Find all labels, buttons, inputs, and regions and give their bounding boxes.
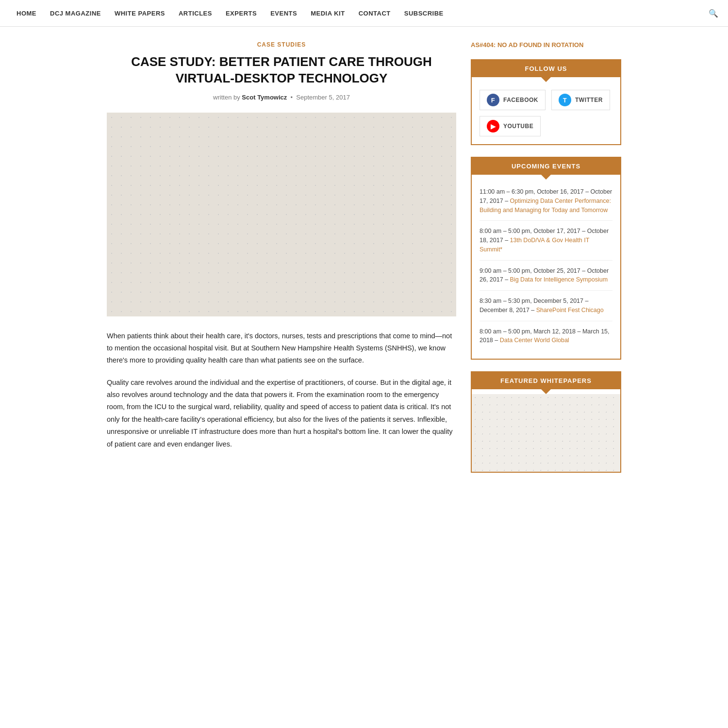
events-list: 11:00 am – 6:30 pm, October 16, 2017 – O… — [472, 180, 620, 359]
featured-whitepapers-box: FEATURED WHITEPAPERS — [471, 371, 621, 473]
facebook-button[interactable]: f FACEBOOK — [480, 90, 546, 110]
event-item: 9:00 am – 5:00 pm, October 25, 2017 – Oc… — [480, 266, 612, 291]
follow-us-arrow — [541, 77, 551, 82]
body-paragraph-1: When patients think about their health c… — [107, 330, 456, 367]
main-content: CASE STUDIES CASE STUDY: BETTER PATIENT … — [107, 41, 456, 484]
nav-contact[interactable]: CONTACT — [352, 10, 397, 17]
twitter-label: TWITTER — [575, 97, 603, 103]
event-item: 8:00 am – 5:00 pm, March 12, 2018 – Marc… — [480, 327, 612, 351]
upcoming-events-arrow — [541, 175, 551, 180]
event-item: 8:00 am – 5:00 pm, October 17, 2017 – Oc… — [480, 227, 612, 260]
nav-home[interactable]: HOME — [10, 10, 43, 17]
social-icons-list: f FACEBOOK t TWITTER ▶ YOUTUBE — [472, 82, 620, 144]
event-link[interactable]: SharePoint Fest Chicago — [536, 307, 604, 314]
search-icon[interactable]: 🔍 — [709, 9, 718, 18]
facebook-label: FACEBOOK — [503, 97, 538, 103]
twitter-button[interactable]: t TWITTER — [551, 90, 610, 110]
article-meta: written by Scot Tymowicz • September 5, … — [107, 94, 456, 101]
nav-events[interactable]: EVENTS — [264, 10, 304, 17]
youtube-icon: ▶ — [487, 120, 499, 132]
featured-whitepapers-arrow — [541, 389, 551, 394]
nav-dcj-magazine[interactable]: DCJ MAGAZINE — [43, 10, 108, 17]
youtube-label: YOUTUBE — [503, 123, 533, 130]
article-image — [107, 113, 456, 316]
category-label[interactable]: CASE STUDIES — [107, 41, 456, 48]
main-nav: HOME DCJ MAGAZINE WHITE PAPERS ARTICLES … — [0, 0, 728, 27]
article-date: September 5, 2017 — [296, 94, 350, 101]
event-link[interactable]: Big Data for Intelligence Symposium — [510, 276, 608, 283]
featured-whitepapers-title: FEATURED WHITEPAPERS — [472, 372, 620, 389]
nav-subscribe[interactable]: SUBSCRIBE — [397, 10, 450, 17]
twitter-icon: t — [559, 94, 571, 106]
author-link[interactable]: Scot Tymowicz — [242, 94, 287, 101]
nav-articles[interactable]: ARTICLES — [172, 10, 219, 17]
nav-white-papers[interactable]: WHITE PAPERS — [108, 10, 172, 17]
follow-us-title: FOLLOW US — [472, 60, 620, 77]
sidebar: AS#404: NO AD FOUND IN ROTATION FOLLOW U… — [471, 41, 621, 484]
whitepapers-image-placeholder — [472, 394, 620, 472]
ad-placeholder: AS#404: NO AD FOUND IN ROTATION — [471, 41, 621, 49]
article-title: CASE STUDY: BETTER PATIENT CARE THROUGH … — [107, 54, 456, 87]
upcoming-events-title: UPCOMING EVENTS — [472, 158, 620, 175]
written-by-label: written by — [213, 94, 240, 101]
upcoming-events-box: UPCOMING EVENTS 11:00 am – 6:30 pm, Octo… — [471, 157, 621, 360]
event-item: 8:30 am – 5:30 pm, December 5, 2017 – De… — [480, 297, 612, 321]
event-item: 11:00 am – 6:30 pm, October 16, 2017 – O… — [480, 187, 612, 221]
facebook-icon: f — [487, 94, 499, 106]
follow-us-box: FOLLOW US f FACEBOOK t TWITTER ▶ YOUTUBE — [471, 59, 621, 145]
body-paragraph-2: Quality care revolves around the individ… — [107, 377, 456, 450]
youtube-button[interactable]: ▶ YOUTUBE — [480, 116, 541, 136]
event-link[interactable]: Data Center World Global — [500, 337, 569, 344]
nav-experts[interactable]: EXPERTS — [219, 10, 264, 17]
article-body: When patients think about their health c… — [107, 330, 456, 450]
nav-media-kit[interactable]: MEDIA KIT — [304, 10, 351, 17]
